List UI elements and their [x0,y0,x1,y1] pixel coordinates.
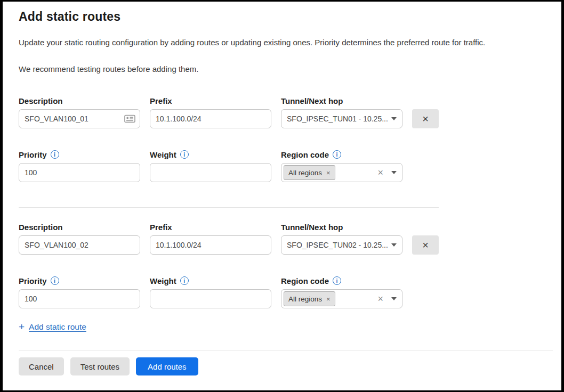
add-static-route-link[interactable]: + Add static route [19,322,86,332]
region-chip: All regions × [284,291,335,306]
add-routes-button[interactable]: Add routes [136,357,198,375]
route-2-description-field: Description [19,222,140,255]
tunnel-next-hop-label: Tunnel/Next hop [281,223,343,232]
route-2-priority-field: Priority i [19,276,140,308]
weight-label: Weight [150,276,176,285]
tunnel-next-hop-label: Tunnel/Next hop [281,96,343,105]
route-1-priority-field: Priority i [19,150,140,182]
add-static-routes-dialog: Add static routes Update your static rou… [0,0,564,392]
info-icon[interactable]: i [180,150,189,159]
region-code-select[interactable]: All regions × × [281,163,402,182]
weight-input[interactable] [150,289,271,308]
description-input[interactable] [19,235,140,255]
info-icon[interactable]: i [51,276,59,285]
dialog-content: Add static routes Update your static rou… [3,9,561,332]
prefix-input[interactable] [150,235,271,255]
priority-input[interactable] [19,289,140,308]
contact-card-icon[interactable] [124,115,135,123]
cancel-button[interactable]: Cancel [19,357,64,375]
chevron-down-icon [391,117,397,120]
info-icon[interactable]: i [333,150,341,159]
footer-divider [19,350,553,350]
route-2-tunnel-field: Tunnel/Next hop SFO_IPSEC_TUN02 - 10.25.… [281,222,402,255]
page-title: Add static routes [19,9,545,24]
chevron-down-icon [391,297,397,300]
chevron-down-icon [391,243,397,247]
chip-remove-icon[interactable]: × [326,296,331,303]
prefix-input[interactable] [150,109,271,128]
info-icon[interactable]: i [180,276,189,285]
region-chip: All regions × [284,165,335,180]
region-chip-label: All regions [288,169,322,177]
region-code-label: Region code [281,150,329,159]
region-code-label: Region code [281,276,329,285]
tunnel-select-value: SFO_IPSEC_TUN02 - 10.25... [287,241,391,249]
add-static-route-link-label[interactable]: Add static route [29,322,86,332]
prefix-label: Prefix [150,223,172,232]
plus-icon: + [19,322,25,332]
route-2-weight-field: Weight i [150,276,271,308]
dialog-footer: Cancel Test routes Add routes [3,350,561,390]
chevron-down-icon [391,171,397,174]
route-1-prefix-field: Prefix [150,96,271,128]
route-1-description-field: Description [19,96,140,128]
route-2-main-row: Description Prefix Tunnel/Next hop SFO_I [19,222,545,255]
route-1-main-row: Description Prefix [19,96,545,128]
route-2-region-field: Region code i All regions × × [281,276,402,308]
priority-label: Priority [19,150,47,159]
weight-input[interactable] [150,163,271,182]
priority-input[interactable] [19,163,140,182]
info-icon[interactable]: i [51,150,59,159]
route-block-1: Description Prefix [19,96,545,182]
prefix-label: Prefix [150,96,172,105]
tunnel-select[interactable]: SFO_IPSEC_TUN01 - 10.25... [281,109,402,128]
route-1-tunnel-field: Tunnel/Next hop SFO_IPSEC_TUN01 - 10.25.… [281,96,402,128]
region-code-select[interactable]: All regions × × [281,289,402,308]
description-label: Description [19,96,63,105]
remove-route-button[interactable]: × [412,235,439,255]
tunnel-select[interactable]: SFO_IPSEC_TUN02 - 10.25... [281,235,402,255]
route-1-weight-field: Weight i [150,150,271,182]
intro-text-2: We recommend testing routes before addin… [19,64,545,74]
region-chip-label: All regions [288,295,322,303]
clear-selection-icon[interactable]: × [377,168,383,177]
chip-remove-icon[interactable]: × [326,169,331,176]
route-2-prefix-field: Prefix [150,222,271,255]
description-input[interactable] [19,109,140,128]
route-1-region-field: Region code i All regions × × [281,150,402,182]
intro-text-1: Update your static routing configuration… [19,38,545,47]
info-icon[interactable]: i [333,276,341,285]
route-1-secondary-row: Priority i Weight i Region code i [19,150,545,182]
remove-route-button[interactable]: × [412,109,439,128]
priority-label: Priority [19,276,47,285]
description-label: Description [19,223,63,232]
weight-label: Weight [150,150,176,159]
route-2-secondary-row: Priority i Weight i Region code i [19,276,545,308]
route-divider [19,207,439,208]
tunnel-select-value: SFO_IPSEC_TUN01 - 10.25... [287,115,391,123]
test-routes-button[interactable]: Test routes [70,357,130,375]
clear-selection-icon[interactable]: × [377,294,383,304]
route-block-2: Description Prefix Tunnel/Next hop SFO_I [19,222,545,308]
